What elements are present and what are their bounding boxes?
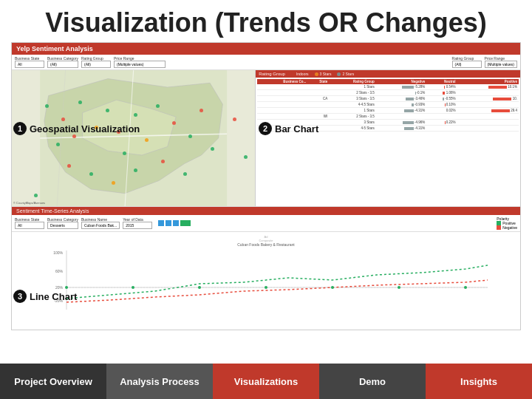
lower-filters: Business State All Business Category Des…: [12, 215, 520, 232]
table-row: CA3 Stars - 3.5 -3.46% -0.55% 10.: [257, 96, 519, 102]
annotation-barchart-label: Bar Chart: [275, 123, 318, 134]
svg-point-13: [65, 286, 68, 289]
table-cell: CA: [307, 96, 329, 102]
nav-analysis-process[interactable]: Analysis Process: [106, 364, 213, 399]
table-cell: 1 Stars: [329, 84, 376, 90]
upper-section: © CountyMaps/Avenues Rating Group Indoor…: [12, 70, 520, 207]
legend-label-indoors: Indoors: [296, 72, 309, 76]
map-svg: [12, 70, 255, 206]
filter-business-category-value[interactable]: (All): [47, 61, 78, 68]
table-cell: 10.1%: [457, 84, 519, 90]
play-btn-2[interactable]: [166, 220, 171, 226]
bar-fill: [445, 121, 446, 124]
legend-indoors: Indoors: [291, 72, 309, 76]
table-cell: 29.4: [457, 108, 519, 114]
legend-3stars: 3 Stars: [315, 72, 332, 76]
svg-point-16: [265, 286, 267, 289]
table-cell: 4-4.5 Stars: [329, 102, 376, 108]
table-cell: -4.31%: [376, 108, 427, 114]
nav-visualizations[interactable]: Visualizations: [213, 364, 319, 399]
table-cell: [457, 102, 519, 108]
bar-fill: [444, 86, 446, 89]
ts-filter-category[interactable]: Business Category Desserts: [47, 217, 78, 229]
filter-price-range-value[interactable]: (Multiple values): [114, 61, 166, 68]
dashboard-mockup: Yelp Sentiment Analysis Business State A…: [11, 42, 521, 330]
nav-insights-label: Insights: [460, 376, 497, 387]
svg-point-18: [398, 286, 400, 289]
legend-label-3stars: 3 Stars: [320, 72, 332, 76]
bar-fill: [404, 127, 414, 130]
filter-rating-group-2-value[interactable]: (All): [452, 61, 482, 68]
col-neutral: Neutral: [426, 79, 457, 84]
play-controls[interactable]: [158, 220, 191, 226]
table-cell: -3.46%: [376, 96, 427, 102]
play-btn-go[interactable]: [180, 220, 191, 226]
svg-point-14: [132, 286, 134, 289]
bar-fill: [404, 109, 414, 112]
table-cell: WI: [307, 114, 329, 120]
ts-filter-category-value[interactable]: Desserts: [47, 222, 78, 229]
polarity-negative-label: Negative: [502, 225, 517, 230]
filter-rating-group-value[interactable]: (All): [81, 61, 111, 68]
svg-point-17: [331, 286, 334, 289]
col-negative: Negative: [376, 79, 427, 84]
table-cell: 0.02%: [426, 108, 457, 114]
table-cell: [426, 114, 457, 120]
nav-project-overview[interactable]: Project Overview: [0, 364, 106, 399]
filter-rating-group-2[interactable]: Rating Group (All): [452, 56, 482, 68]
table-cell: -4.96%: [376, 120, 427, 126]
table-row: WI2 Stars - 3.5: [257, 114, 519, 120]
table-cell: 0.54%: [426, 84, 457, 90]
col-positive: Positive: [457, 79, 519, 84]
barchart-panel: Rating Group Indoors 3 Stars 2 Stars: [256, 70, 520, 206]
table-cell: [307, 90, 329, 96]
polarity-legend: Polarity Positive Negative: [497, 216, 517, 230]
play-btn-3[interactable]: [173, 220, 179, 226]
svg-text:60%: 60%: [55, 269, 64, 273]
map-panel: © CountyMaps/Avenues: [12, 70, 256, 206]
table-row: 1 Stars -4.31% 0.02% 29.4: [257, 108, 519, 114]
filter-price-range[interactable]: Price Range (Multiple values): [114, 56, 166, 68]
col-state: State: [307, 79, 329, 84]
table-cell: 0.10%: [426, 102, 457, 108]
legend-label-2stars: 2 Stars: [342, 72, 354, 76]
table-cell: [426, 126, 457, 132]
filter-rating-group[interactable]: Rating Group (All): [81, 56, 111, 68]
play-btn-1[interactable]: [158, 220, 164, 226]
ts-filter-name[interactable]: Business Name Cuban Foods Bak...: [81, 217, 120, 229]
table-row: 4-4.5 Stars -0.93% 0.10%: [257, 102, 519, 108]
filter-business-state-value[interactable]: All: [15, 61, 44, 68]
table-cell: [257, 90, 307, 96]
lower-section: Sentiment Time-Series Analysis Business …: [12, 207, 520, 330]
nav-demo[interactable]: Demo: [319, 364, 426, 399]
filter-business-state[interactable]: Business State All: [15, 56, 44, 68]
nav-insights[interactable]: Insights: [426, 364, 532, 399]
ts-filter-name-value[interactable]: Cuban Foods Bak...: [81, 222, 120, 229]
bar-fill: [443, 98, 444, 100]
table-cell: 2 Stars - 3.5: [329, 90, 376, 96]
table-cell: [307, 84, 329, 90]
annotation-num-1: 1: [13, 122, 27, 135]
table-cell: [257, 84, 307, 90]
ts-filter-year-value[interactable]: 2015: [123, 222, 152, 229]
nav-visualizations-label: Visualizations: [234, 376, 298, 387]
annotation-num-2: 2: [259, 122, 272, 135]
barchart-header: Rating Group Indoors 3 Stars 2 Stars: [256, 70, 520, 78]
annotation-linechart: 3 Line Chart: [13, 290, 77, 303]
ts-filter-state[interactable]: Business State All: [15, 217, 44, 229]
main-content: 1 Geospatial Visualization 2 Bar Chart 3…: [0, 42, 532, 360]
annotation-barchart: 2 Bar Chart: [259, 122, 318, 135]
bar-fill: [491, 109, 510, 112]
filter-price-range-2[interactable]: Price Range (Multiple values): [485, 56, 517, 68]
title-area: Visualization (Trends OR Changes): [0, 0, 532, 42]
filter-price-range-2-value[interactable]: (Multiple values): [485, 61, 517, 68]
bar-fill: [402, 86, 414, 89]
ts-filter-year[interactable]: Year of Data 2015: [123, 217, 152, 229]
ts-filter-state-value[interactable]: All: [15, 222, 44, 229]
table-cell: 3 Stars - 3.5: [329, 96, 376, 102]
filter-business-category[interactable]: Business Category (All): [47, 56, 78, 68]
annotation-geospatial: 1 Geospatial Visualization: [13, 122, 140, 135]
table-cell: [257, 114, 307, 120]
legend-2stars: 2 Stars: [337, 72, 354, 76]
table-cell: 1 Stars: [329, 108, 376, 114]
